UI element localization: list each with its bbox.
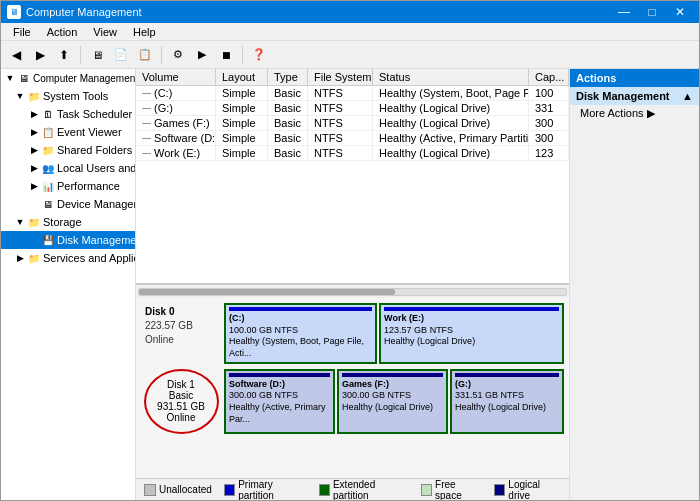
- vol-layout: Simple: [216, 116, 268, 130]
- primary-box: [224, 484, 235, 496]
- toolbar-btn-2[interactable]: 📄: [110, 44, 132, 66]
- disk0-work-partition[interactable]: Work (E:) 123.57 GB NTFS Healthy (Logica…: [379, 303, 564, 364]
- back-button[interactable]: ◀: [5, 44, 27, 66]
- properties-button[interactable]: ⚙: [167, 44, 189, 66]
- main-area: Volume Layout Type File System Status Ca…: [136, 69, 569, 500]
- disk1-info: Disk 1 Basic 931.51 GB Online: [144, 369, 219, 434]
- sidebar-item-services[interactable]: ▶ 📁 Services and Applications: [1, 249, 135, 267]
- disk1-games-partition[interactable]: Games (F:) 300.00 GB NTFS Healthy (Logic…: [337, 369, 448, 434]
- g-size: 331.51 GB NTFS: [455, 390, 559, 402]
- col-capacity[interactable]: Cap...: [529, 69, 569, 85]
- forward-button[interactable]: ▶: [29, 44, 51, 66]
- sidebar-item-disk-management[interactable]: ▶ 💾 Disk Management: [1, 231, 135, 249]
- help-button[interactable]: ❓: [248, 44, 270, 66]
- table-row[interactable]: — (C:) Simple Basic NTFS Healthy (System…: [136, 86, 569, 101]
- games-status: Healthy (Logical Drive): [342, 402, 443, 414]
- sidebar-root[interactable]: ▼ 🖥 Computer Management (Local: [1, 69, 135, 87]
- disk1-status: Online: [167, 412, 196, 423]
- sidebar-item-task-scheduler[interactable]: ▶ 🗓 Task Scheduler: [1, 105, 135, 123]
- col-filesystem[interactable]: File System: [308, 69, 373, 85]
- toolbar: ◀ ▶ ⬆ 🖥 📄 📋 ⚙ ▶ ⏹ ❓: [1, 41, 699, 69]
- vol-type: Basic: [268, 86, 308, 100]
- more-actions-label: More Actions: [580, 107, 644, 119]
- performance-label: Performance: [57, 180, 120, 192]
- event-viewer-icon: 📋: [41, 125, 55, 139]
- disk0-info: Disk 0 223.57 GB Online: [141, 303, 221, 364]
- sidebar-item-device-manager[interactable]: ▶ 🖥 Device Manager: [1, 195, 135, 213]
- expand-services[interactable]: ▶: [13, 251, 27, 265]
- col-type[interactable]: Type: [268, 69, 308, 85]
- services-icon: 📁: [27, 251, 41, 265]
- actions-section[interactable]: Disk Management ▲: [570, 87, 699, 105]
- expand-task-scheduler[interactable]: ▶: [27, 107, 41, 121]
- toolbar-btn-3[interactable]: 📋: [134, 44, 156, 66]
- col-layout[interactable]: Layout: [216, 69, 268, 85]
- expand-local-users[interactable]: ▶: [27, 161, 41, 175]
- expand-system-tools[interactable]: ▼: [13, 89, 27, 103]
- table-row[interactable]: — Work (E:) Simple Basic NTFS Healthy (L…: [136, 146, 569, 161]
- local-users-icon: 👥: [41, 161, 55, 175]
- work-size: 123.57 GB NTFS: [384, 325, 559, 337]
- menu-help[interactable]: Help: [125, 24, 164, 40]
- col-status[interactable]: Status: [373, 69, 529, 85]
- games-label: Games (F:): [342, 379, 443, 391]
- toolbar-btn-6[interactable]: ⏹: [215, 44, 237, 66]
- chevron-up-icon: ▲: [682, 90, 693, 102]
- expand-storage[interactable]: ▼: [13, 215, 27, 229]
- expand-performance[interactable]: ▶: [27, 179, 41, 193]
- extended-box: [319, 484, 330, 496]
- services-label: Services and Applications: [43, 252, 136, 264]
- main-content: ▼ 🖥 Computer Management (Local ▼ 📁 Syste…: [1, 69, 699, 500]
- maximize-button[interactable]: □: [639, 1, 665, 23]
- disk1-info-wrapper: Disk 1 Basic 931.51 GB Online: [141, 369, 221, 434]
- disk1-row: Disk 1 Basic 931.51 GB Online Software (…: [141, 369, 564, 434]
- disk1-g-partition[interactable]: (G:) 331.51 GB NTFS Healthy (Logical Dri…: [450, 369, 564, 434]
- vol-cap: 331: [529, 101, 569, 115]
- more-actions-item[interactable]: More Actions ▶: [570, 105, 699, 122]
- work-partition-bar: [384, 307, 559, 311]
- sidebar-item-performance[interactable]: ▶ 📊 Performance: [1, 177, 135, 195]
- software-size: 300.00 GB NTFS: [229, 390, 330, 402]
- disk-map-pane: Disk 0 223.57 GB Online (C:) 100.00 GB N…: [136, 298, 569, 478]
- vol-layout: Simple: [216, 101, 268, 115]
- menu-view[interactable]: View: [85, 24, 125, 40]
- sidebar-item-system-tools[interactable]: ▼ 📁 System Tools: [1, 87, 135, 105]
- horizontal-scrollbar[interactable]: [136, 284, 569, 298]
- vol-status: Healthy (Logical Drive): [373, 146, 529, 160]
- close-button[interactable]: ✕: [667, 1, 693, 23]
- up-button[interactable]: ⬆: [53, 44, 75, 66]
- table-row[interactable]: — Games (F:) Simple Basic NTFS Healthy (…: [136, 116, 569, 131]
- vol-status: Healthy (System, Boot, Page File, Active…: [373, 86, 529, 100]
- actions-section-label: Disk Management: [576, 90, 670, 102]
- show-hide-console-button[interactable]: 🖥: [86, 44, 108, 66]
- sidebar-item-shared-folders[interactable]: ▶ 📁 Shared Folders: [1, 141, 135, 159]
- minimize-button[interactable]: —: [611, 1, 637, 23]
- sidebar: ▼ 🖥 Computer Management (Local ▼ 📁 Syste…: [1, 69, 136, 500]
- disk0-name: Disk 0: [145, 305, 217, 319]
- sidebar-item-event-viewer[interactable]: ▶ 📋 Event Viewer: [1, 123, 135, 141]
- vol-status: Healthy (Logical Drive): [373, 116, 529, 130]
- table-row[interactable]: — Software (D:) Simple Basic NTFS Health…: [136, 131, 569, 146]
- disk0-c-partition[interactable]: (C:) 100.00 GB NTFS Healthy (System, Boo…: [224, 303, 377, 364]
- expand-root[interactable]: ▼: [3, 71, 17, 85]
- device-manager-icon: 🖥: [41, 197, 55, 211]
- free-label: Free space: [435, 479, 482, 501]
- storage-icon: 📁: [27, 215, 41, 229]
- toolbar-btn-5[interactable]: ▶: [191, 44, 213, 66]
- menu-file[interactable]: File: [5, 24, 39, 40]
- system-tools-icon: 📁: [27, 89, 41, 103]
- disk1-software-partition[interactable]: Software (D:) 300.00 GB NTFS Healthy (Ac…: [224, 369, 335, 434]
- sidebar-item-storage[interactable]: ▼ 📁 Storage: [1, 213, 135, 231]
- shared-folders-label: Shared Folders: [57, 144, 132, 156]
- table-row[interactable]: — (G:) Simple Basic NTFS Healthy (Logica…: [136, 101, 569, 116]
- task-scheduler-icon: 🗓: [41, 107, 55, 121]
- vol-cap: 300: [529, 131, 569, 145]
- expand-event-viewer[interactable]: ▶: [27, 125, 41, 139]
- vol-type: Basic: [268, 131, 308, 145]
- c-partition-bar: [229, 307, 372, 311]
- menu-action[interactable]: Action: [39, 24, 86, 40]
- col-volume[interactable]: Volume: [136, 69, 216, 85]
- sidebar-item-local-users[interactable]: ▶ 👥 Local Users and Groups: [1, 159, 135, 177]
- expand-shared-folders[interactable]: ▶: [27, 143, 41, 157]
- g-label: (G:): [455, 379, 559, 391]
